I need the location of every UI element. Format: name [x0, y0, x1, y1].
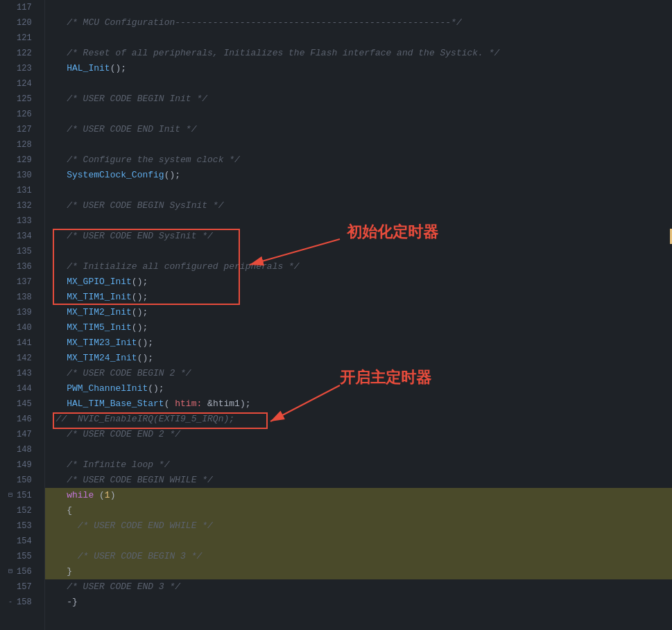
line-numbers: 1171201211221231241251261271281291301311… [0, 0, 45, 630]
code-line-150: /* USER CODE BEGIN WHILE */ [45, 473, 672, 488]
code-line-130: SystemClock_Config(); [45, 168, 672, 183]
line-number-126: 126 [7, 107, 37, 122]
code-line-133 [45, 213, 672, 229]
line-number-121: 121 [7, 30, 37, 46]
line-number-137: 137 [7, 274, 37, 290]
line-number-156: ⊟156 [7, 564, 37, 579]
line-number-122: 122 [7, 46, 37, 61]
code-line-153: /* USER CODE END WHILE */ [45, 518, 672, 534]
code-line-142: MX_TIM24_Init(); [45, 351, 672, 366]
line-number-147: 147 [7, 427, 37, 442]
code-line-131 [45, 183, 672, 198]
code-line-156: } [45, 564, 672, 579]
line-number-158: -158 [7, 595, 37, 610]
line-number-130: 130 [7, 168, 37, 183]
line-number-131: 131 [7, 183, 37, 198]
line-number-132: 132 [7, 198, 37, 213]
line-number-148: 148 [7, 442, 37, 457]
code-line-155: /* USER CODE BEGIN 3 */ [45, 549, 672, 564]
line-number-153: 153 [7, 518, 37, 534]
code-line-135 [45, 244, 672, 259]
code-line-121 [45, 30, 672, 46]
line-number-155: 155 [7, 549, 37, 564]
code-editor: 1171201211221231241251261271281291301311… [0, 0, 672, 630]
line-number-127: 127 [7, 122, 37, 137]
code-line-145: HAL_TIM_Base_Start( htim: &htim1); [45, 396, 672, 412]
code-line-147: /* USER CODE END 2 */ [45, 427, 672, 442]
line-number-145: 145 [7, 396, 37, 412]
code-line-134: /* USER CODE END SysInit */ [45, 229, 672, 244]
line-number-141: 141 [7, 335, 37, 351]
line-number-120: 120 [7, 15, 37, 30]
code-line-124 [45, 76, 672, 91]
line-number-146: 146 [7, 412, 37, 427]
code-content[interactable]: /* MCU Configuration--------------------… [45, 0, 672, 630]
code-line-125: /* USER CODE BEGIN Init */ [45, 91, 672, 107]
code-line-138: MX_TIM1_Init(); [45, 290, 672, 305]
line-number-138: 138 [7, 290, 37, 305]
code-line-126 [45, 107, 672, 122]
code-line-141: MX_TIM23_Init(); [45, 335, 672, 351]
code-line-148 [45, 442, 672, 457]
line-number-135: 135 [7, 244, 37, 259]
code-line-123: HAL_Init(); [45, 61, 672, 76]
code-line-127: /* USER CODE END Init */ [45, 122, 672, 137]
line-number-151: ⊟151 [7, 488, 37, 503]
code-line-120: /* MCU Configuration--------------------… [45, 15, 672, 30]
line-number-125: 125 [7, 91, 37, 107]
line-number-128: 128 [7, 137, 37, 152]
code-line-146: // NVIC_EnableIRQ(EXTI9_5_IRQn); [45, 412, 672, 427]
line-number-123: 123 [7, 61, 37, 76]
code-line-149: /* Infinite loop */ [45, 457, 672, 473]
line-number-143: 143 [7, 366, 37, 381]
line-number-150: 150 [7, 473, 37, 488]
code-line-151: while (1) [45, 488, 672, 503]
line-number-152: 152 [7, 503, 37, 518]
line-number-139: 139 [7, 305, 37, 320]
code-line-128 [45, 137, 672, 152]
code-line-129: /* Configure the system clock */ [45, 152, 672, 168]
code-line-132: /* USER CODE BEGIN SysInit */ [45, 198, 672, 213]
code-line-143: /* USER CODE BEGIN 2 */ [45, 366, 672, 381]
fold-icon-3[interactable]: - [7, 595, 14, 610]
code-line-158: -} [45, 595, 672, 610]
code-line-139: MX_TIM2_Init(); [45, 305, 672, 320]
line-number-129: 129 [7, 152, 37, 168]
fold-icon[interactable]: ⊟ [7, 488, 14, 503]
fold-icon-2[interactable]: ⊟ [7, 564, 14, 579]
code-line-140: MX_TIM5_Init(); [45, 320, 672, 335]
line-number-117: 117 [7, 0, 37, 15]
line-number-154: 154 [7, 534, 37, 549]
line-number-136: 136 [7, 259, 37, 274]
code-line-117 [45, 0, 672, 15]
line-number-144: 144 [7, 381, 37, 396]
code-line-137: MX_GPIO_Init(); [45, 274, 672, 290]
line-number-134: 134 [7, 229, 37, 244]
line-number-140: 140 [7, 320, 37, 335]
line-number-142: 142 [7, 351, 37, 366]
code-line-152: { [45, 503, 672, 518]
code-line-122: /* Reset of all peripherals, Initializes… [45, 46, 672, 61]
line-number-149: 149 [7, 457, 37, 473]
line-number-124: 124 [7, 76, 37, 91]
code-line-157: /* USER CODE END 3 */ [45, 579, 672, 595]
code-line-154 [45, 534, 672, 549]
code-line-144: PWM_ChannelInit(); [45, 381, 672, 396]
line-number-133: 133 [7, 213, 37, 229]
line-number-157: 157 [7, 579, 37, 595]
code-line-136: /* Initialize all configured peripherals… [45, 259, 672, 274]
